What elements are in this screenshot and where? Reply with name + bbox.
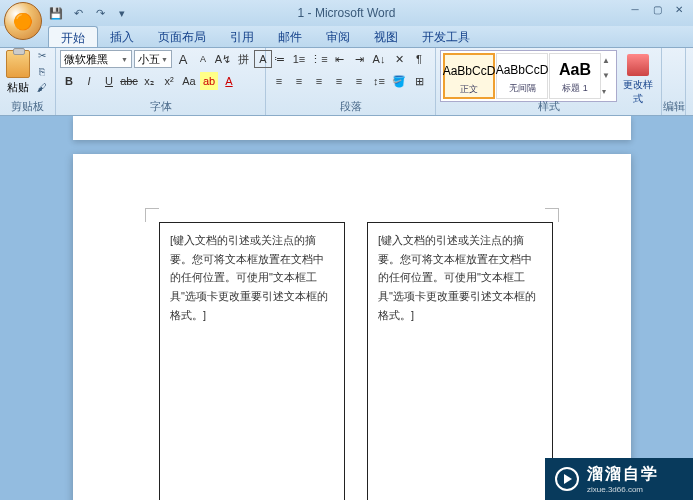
numbering-button[interactable]: 1≡: [290, 50, 308, 68]
borders-button[interactable]: ⊞: [410, 72, 428, 90]
tab-references[interactable]: 引用: [218, 26, 266, 47]
italic-button[interactable]: I: [80, 72, 98, 90]
distribute-button[interactable]: ≡: [350, 72, 368, 90]
style-preview: AaBbCcD: [497, 58, 547, 82]
copy-button[interactable]: ⎘: [33, 66, 51, 80]
tab-home[interactable]: 开始: [48, 26, 98, 47]
line-spacing-button[interactable]: ↕≡: [370, 72, 388, 90]
tab-page-layout[interactable]: 页面布局: [146, 26, 218, 47]
group-label-edit: 编辑: [662, 99, 685, 114]
font-name-combo[interactable]: 微软雅黑▼: [60, 50, 132, 68]
strikethrough-button[interactable]: abc: [120, 72, 138, 90]
text-box-right[interactable]: [键入文档的引述或关注点的摘要。您可将文本框放置在文档中的任何位置。可使用"文本…: [367, 222, 553, 500]
highlight-button[interactable]: ab: [200, 72, 218, 90]
increase-indent-button[interactable]: ⇥: [350, 50, 368, 68]
group-paragraph: ≔ 1≡ ⋮≡ ⇤ ⇥ A↓ ✕ ¶ ≡ ≡ ≡ ≡ ≡ ↕≡ 🪣 ⊞ 段落: [266, 48, 436, 115]
underline-button[interactable]: U: [100, 72, 118, 90]
close-button[interactable]: ✕: [669, 2, 689, 16]
group-label-styles: 样式: [436, 99, 661, 114]
format-painter-button[interactable]: 🖌: [33, 82, 51, 96]
style-preview: AaBbCcD: [445, 59, 493, 83]
tab-review[interactable]: 审阅: [314, 26, 362, 47]
font-color-button[interactable]: A: [220, 72, 238, 90]
margin-marker-tl: [145, 208, 159, 222]
paste-icon: [6, 50, 30, 78]
clear-format-button[interactable]: A↯: [214, 50, 232, 68]
text-box-left[interactable]: [键入文档的引述或关注点的摘要。您可将文本框放置在文档中的任何位置。可使用"文本…: [159, 222, 345, 500]
style-gallery[interactable]: AaBbCcD 正文 AaBbCcD 无间隔 AaB 标题 1 ▲ ▼ ▾: [440, 50, 617, 102]
cut-button[interactable]: ✂: [33, 50, 51, 64]
qat-customize-icon[interactable]: ▾: [114, 5, 130, 21]
title-bar: 🟠 💾 ↶ ↷ ▾ 1 - Microsoft Word ─ ▢ ✕: [0, 0, 693, 26]
undo-button[interactable]: ↶: [70, 5, 86, 21]
group-label-font: 字体: [56, 99, 265, 114]
office-button[interactable]: 🟠: [4, 2, 42, 40]
window-title: 1 - Microsoft Word: [298, 6, 396, 20]
watermark-brand: 溜溜自学: [587, 464, 659, 485]
style-name: 无间隔: [497, 82, 547, 95]
group-clipboard: 粘贴 ✂ ⎘ 🖌 剪贴板: [0, 48, 56, 115]
group-edit: 编辑: [662, 48, 686, 115]
align-right-button[interactable]: ≡: [310, 72, 328, 90]
bold-button[interactable]: B: [60, 72, 78, 90]
redo-button[interactable]: ↷: [92, 5, 108, 21]
paste-label: 粘贴: [4, 80, 31, 95]
align-center-button[interactable]: ≡: [290, 72, 308, 90]
watermark-badge: 溜溜自学 zixue.3d66.com: [545, 458, 693, 500]
quick-access-toolbar: 💾 ↶ ↷ ▾: [48, 5, 130, 21]
document-area[interactable]: [键入文档的引述或关注点的摘要。您可将文本框放置在文档中的任何位置。可使用"文本…: [0, 116, 693, 500]
style-name: 正文: [445, 83, 493, 96]
multilevel-list-button[interactable]: ⋮≡: [310, 50, 328, 68]
asian-layout-button[interactable]: ✕: [390, 50, 408, 68]
window-controls: ─ ▢ ✕: [625, 2, 689, 16]
sort-button[interactable]: A↓: [370, 50, 388, 68]
group-label-clipboard: 剪贴板: [0, 99, 55, 114]
style-preview: AaB: [550, 58, 600, 82]
justify-button[interactable]: ≡: [330, 72, 348, 90]
watermark-url: zixue.3d66.com: [587, 485, 659, 494]
office-logo-icon: 🟠: [13, 12, 33, 31]
align-left-button[interactable]: ≡: [270, 72, 288, 90]
minimize-button[interactable]: ─: [625, 2, 645, 16]
show-marks-button[interactable]: ¶: [410, 50, 428, 68]
style-heading1[interactable]: AaB 标题 1: [549, 53, 601, 99]
margin-marker-tr: [545, 208, 559, 222]
style-scroll-up-icon[interactable]: ▲: [602, 56, 614, 65]
maximize-button[interactable]: ▢: [647, 2, 667, 16]
page[interactable]: [键入文档的引述或关注点的摘要。您可将文本框放置在文档中的任何位置。可使用"文本…: [73, 154, 631, 500]
superscript-button[interactable]: x²: [160, 72, 178, 90]
style-no-spacing[interactable]: AaBbCcD 无间隔: [496, 53, 548, 99]
save-button[interactable]: 💾: [48, 5, 64, 21]
ribbon: 粘贴 ✂ ⎘ 🖌 剪贴板 微软雅黑▼ 小五▼ A A A↯ 拼 A B I: [0, 48, 693, 116]
style-scroll-down-icon[interactable]: ▼: [602, 71, 614, 80]
group-styles: AaBbCcD 正文 AaBbCcD 无间隔 AaB 标题 1 ▲ ▼ ▾: [436, 48, 662, 115]
tab-mailings[interactable]: 邮件: [266, 26, 314, 47]
change-styles-icon: [627, 54, 649, 76]
tab-developer[interactable]: 开发工具: [410, 26, 482, 47]
change-case-button[interactable]: Aa: [180, 72, 198, 90]
change-styles-button[interactable]: 更改样式: [619, 50, 657, 106]
decrease-indent-button[interactable]: ⇤: [330, 50, 348, 68]
tab-view[interactable]: 视图: [362, 26, 410, 47]
paste-button[interactable]: 粘贴: [4, 50, 31, 98]
grow-font-button[interactable]: A: [174, 50, 192, 68]
ribbon-tabs: 开始 插入 页面布局 引用 邮件 审阅 视图 开发工具: [0, 26, 693, 48]
style-name: 标题 1: [550, 82, 600, 95]
bullets-button[interactable]: ≔: [270, 50, 288, 68]
style-normal[interactable]: AaBbCcD 正文: [443, 53, 495, 99]
shrink-font-button[interactable]: A: [194, 50, 212, 68]
group-font: 微软雅黑▼ 小五▼ A A A↯ 拼 A B I U abc x₂ x² Aa …: [56, 48, 266, 115]
font-size-combo[interactable]: 小五▼: [134, 50, 172, 68]
tab-insert[interactable]: 插入: [98, 26, 146, 47]
phonetic-guide-button[interactable]: 拼: [234, 50, 252, 68]
group-label-paragraph: 段落: [266, 99, 435, 114]
play-icon: [555, 467, 579, 491]
previous-page-edge: [73, 116, 631, 140]
subscript-button[interactable]: x₂: [140, 72, 158, 90]
shading-button[interactable]: 🪣: [390, 72, 408, 90]
style-expand-icon[interactable]: ▾: [602, 87, 614, 96]
